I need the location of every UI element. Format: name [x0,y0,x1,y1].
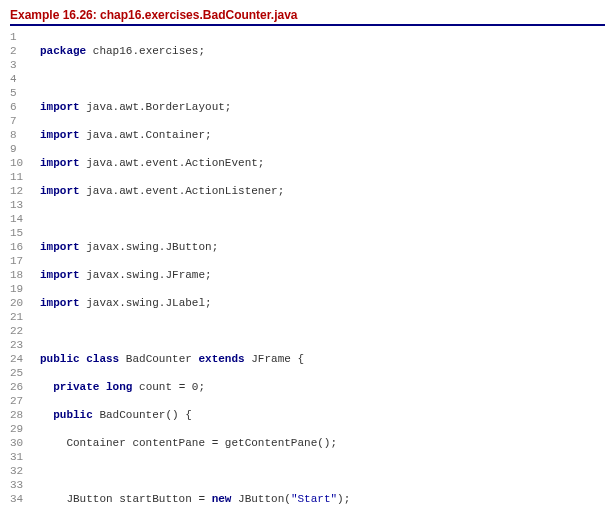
line-number: 21 [10,310,30,324]
code-text: javax.swing.JFrame; [80,269,212,281]
line-number: 25 [10,366,30,380]
keyword: import [40,241,80,253]
line-number: 6 [10,100,30,114]
line-number: 5 [10,86,30,100]
code-line: Container contentPane = getContentPane()… [40,436,555,450]
line-number: 1 [10,30,30,44]
line-number: 8 [10,128,30,142]
line-number: 27 [10,394,30,408]
code-text: JFrame { [245,353,304,365]
code-line: import javax.swing.JFrame; [40,268,555,282]
code-text: count = 0; [132,381,205,393]
code-line: private long count = 0; [40,380,555,394]
line-number: 23 [10,338,30,352]
code-text: JButton( [231,493,290,505]
keyword: import [40,101,80,113]
line-number: 14 [10,212,30,226]
code-line [40,212,555,226]
title-divider [10,24,605,26]
code-text: ); [337,493,350,505]
code-text: java.awt.event.ActionListener; [80,185,285,197]
indent [40,381,53,393]
line-number: 11 [10,170,30,184]
code-text: javax.swing.JLabel; [80,297,212,309]
indent [40,493,66,505]
keyword: import [40,157,80,169]
line-number: 18 [10,268,30,282]
line-number: 13 [10,198,30,212]
code-line: package chap16.exercises; [40,44,555,58]
indent [40,437,66,449]
line-number-gutter: 1 2 3 4 5 6 7 8 9 10 11 12 13 14 15 16 1… [10,30,40,505]
keyword: import [40,185,80,197]
line-number: 29 [10,422,30,436]
code-text: java.awt.BorderLayout; [80,101,232,113]
code-line: public class BadCounter extends JFrame { [40,352,555,366]
code-line [40,72,555,86]
code-body: package chap16.exercises; import java.aw… [40,30,555,505]
code-listing: 1 2 3 4 5 6 7 8 9 10 11 12 13 14 15 16 1… [10,30,605,505]
code-line: JButton startButton = new JButton("Start… [40,492,555,505]
keyword: class [86,353,119,365]
keyword: import [40,297,80,309]
line-number: 19 [10,282,30,296]
line-number: 17 [10,254,30,268]
line-number: 15 [10,226,30,240]
code-text: java.awt.event.ActionEvent; [80,157,265,169]
line-number: 32 [10,464,30,478]
code-line: import javax.swing.JButton; [40,240,555,254]
code-line [40,464,555,478]
keyword: public [40,353,80,365]
line-number: 4 [10,72,30,86]
line-number: 33 [10,478,30,492]
keyword: import [40,129,80,141]
keyword: long [99,381,132,393]
line-number: 20 [10,296,30,310]
keyword: new [212,493,232,505]
keyword: private [53,381,99,393]
code-line: import java.awt.event.ActionEvent; [40,156,555,170]
line-number: 2 [10,44,30,58]
line-number: 30 [10,436,30,450]
line-number: 34 [10,492,30,505]
code-text: javax.swing.JButton; [80,241,219,253]
line-number: 22 [10,324,30,338]
code-text: BadCounter [119,353,198,365]
code-line: import java.awt.BorderLayout; [40,100,555,114]
code-line [40,324,555,338]
keyword: extends [198,353,244,365]
code-text: java.awt.Container; [80,129,212,141]
line-number: 3 [10,58,30,72]
line-number: 31 [10,450,30,464]
line-number: 24 [10,352,30,366]
code-text: JButton startButton = [66,493,211,505]
code-text: Container contentPane = getContentPane()… [66,437,337,449]
code-text: chap16.exercises; [86,45,205,57]
indent [40,409,53,421]
string-literal: "Start" [291,493,337,505]
line-number: 12 [10,184,30,198]
code-line: import java.awt.event.ActionListener; [40,184,555,198]
line-number: 28 [10,408,30,422]
line-number: 10 [10,156,30,170]
code-text: BadCounter() { [93,409,192,421]
code-line: import java.awt.Container; [40,128,555,142]
line-number: 16 [10,240,30,254]
keyword: package [40,45,86,57]
keyword: import [40,269,80,281]
example-title: Example 16.26: chap16.exercises.BadCount… [10,8,605,24]
keyword: public [53,409,93,421]
code-line: public BadCounter() { [40,408,555,422]
line-number: 7 [10,114,30,128]
line-number: 26 [10,380,30,394]
code-line: import javax.swing.JLabel; [40,296,555,310]
line-number: 9 [10,142,30,156]
